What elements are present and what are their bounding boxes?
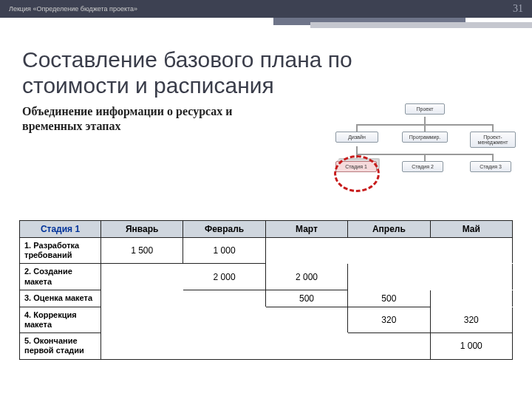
table-row: 1. Разработка требований 1 500 1 000 (20, 238, 513, 264)
table-row: 5. Окончание первой стадии 1 000 (20, 333, 513, 359)
org-l2-2: Проект-менеджмент (470, 132, 516, 148)
org-l2-0: Дизайн (335, 132, 378, 143)
month-3: Апрель (348, 221, 430, 238)
table-row: 4. Коррекция макета 320 320 (20, 307, 513, 332)
stage-header: Стадия 1 (20, 221, 101, 238)
highlight-circle (334, 155, 380, 192)
page-title: Составление базового плана по стоимости … (22, 47, 510, 98)
org-l3-1: Стадия 2 (402, 161, 443, 172)
month-1: Февраль (183, 221, 265, 238)
org-root: Проект (405, 103, 445, 115)
table-header-row: Стадия 1 Январь Февраль Март Апрель Май (20, 221, 513, 238)
month-0: Январь (101, 221, 183, 238)
subtitle: Объединение информации о ресурсах и врем… (22, 104, 266, 134)
decoration (0, 18, 532, 33)
org-diagram: Проект Дизайн Программир. Проект-менеджм… (328, 103, 520, 207)
month-4: Май (430, 221, 512, 238)
lecture-title: Лекция «Определение бюджета проекта» (9, 5, 137, 13)
org-l2-1: Программир. (402, 132, 448, 143)
cost-table: Стадия 1 Январь Февраль Март Апрель Май … (19, 220, 513, 360)
table-row: 2. Создание макета 2 000 2 000 (20, 264, 513, 290)
topbar: Лекция «Определение бюджета проекта» 31 (0, 0, 532, 18)
org-l3-2: Стадия 3 (470, 161, 511, 172)
table-row: 3. Оценка макета 500 500 (20, 290, 513, 307)
page-number: 31 (513, 3, 523, 15)
month-2: Март (265, 221, 347, 238)
